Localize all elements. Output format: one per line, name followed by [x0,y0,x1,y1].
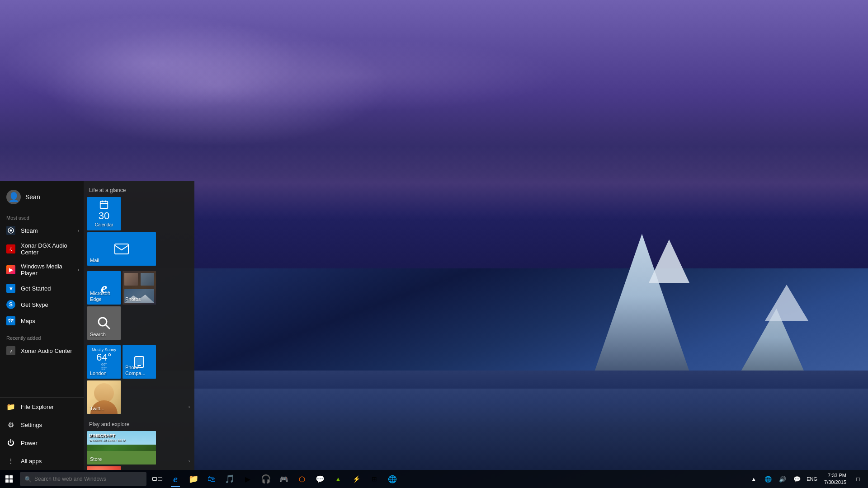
taskbar-asus[interactable]: ⚡ [347,470,365,488]
taskbar: 🔍 e 📁 🛍 🎵 ▶ 🎧 🎮 ⬡ 💬 ▲ ⚡ ⊞ � [0,470,868,488]
taskbar-clock[interactable]: 7:33 PM 7/30/2015 [821,472,850,486]
life-at-a-glance-label: Life at a glance [87,185,191,197]
start-button[interactable] [0,470,18,488]
power-icon: ⏻ [6,438,15,447]
all-apps-arrow: › [189,459,190,464]
wmp-icon: ▶ [6,265,15,274]
language-label[interactable]: ENG [805,476,819,482]
most-used-label: Most used [0,212,84,222]
notifications-button[interactable]: □ [852,470,864,488]
start-menu-bottom: 📁 File Explorer › ⚙ Settings ⏻ Power ⋮ [0,397,84,470]
svg-rect-2 [100,202,108,209]
minecraft-tile[interactable]: MINECRAFT Windows 10 Edition BETA Store [87,431,156,465]
user-profile-button[interactable]: 👤 Sean [0,185,84,209]
tiles-row-2: e Microsoft Edge Photos [87,271,191,340]
file-explorer-label: File Explorer [21,404,54,410]
steam-icon [6,226,15,235]
taskbar-file-explorer[interactable]: 📁 [184,470,203,488]
xonar-dgx-label: Xonar DGX Audio Center [21,242,77,256]
photos-tile[interactable]: Photos [123,271,156,305]
taskbar-app-grid[interactable]: ⊞ [365,470,383,488]
svg-rect-6 [115,244,128,254]
phone-tile[interactable]: Phone Compa... [123,345,156,379]
taskbar-search-bar[interactable]: 🔍 [20,472,146,486]
taskbar-browser2[interactable]: 🌐 [383,470,401,488]
taskbar-search-icon: 🔍 [24,476,32,483]
minecraft-tile-label: Store [90,456,102,462]
get-started-label: Get Started [21,285,51,292]
taskbar-search-input[interactable] [34,476,142,482]
app-item-wmp[interactable]: ▶ Windows Media Player › [0,259,84,280]
steam-label: Steam [21,227,38,234]
weather-tile[interactable]: Mostly Sunny 64° 66° 55° London [87,345,121,379]
svg-point-1 [10,230,12,232]
taskbar-edge[interactable]: e [166,470,184,488]
play-and-explore-label: Play and explore [87,419,191,431]
svg-rect-10 [135,357,144,365]
task-view-icon [152,477,162,481]
start-menu-tiles-panel: Life at a glance 30 Calendar [84,181,194,470]
power-button[interactable]: ⏻ Power [0,434,84,452]
chevron-up-icon: ▲ [751,476,757,483]
app-item-xonar-dgx[interactable]: ♫ Xonar DGX Audio Center [0,239,84,259]
weather-highlow: 66° [101,362,107,366]
twitter-tile[interactable]: Twitt... [87,380,121,414]
task-view-button[interactable] [148,470,166,488]
search-tile-label: Search [90,332,106,338]
taskbar-discord[interactable]: 💬 [311,470,329,488]
candy-crush-tile[interactable]: SAGA [87,466,121,470]
taskbar-tray: ▲ 🌐 🔊 💬 ENG 7:33 PM 7/30/2015 □ [747,470,868,488]
weather-tile-label: London [90,371,107,376]
file-explorer-icon: 📁 [6,402,15,411]
calendar-tile-label: Calendar [95,222,113,228]
wmp-arrow: › [78,267,79,272]
file-explorer-button[interactable]: 📁 File Explorer › [0,398,84,416]
weather-temp: 64° [96,352,111,362]
taskbar-apps: e 📁 🛍 🎵 ▶ 🎧 🎮 ⬡ 💬 ▲ ⚡ ⊞ 🌐 [166,470,401,488]
app-item-xonar-audio[interactable]: ♪ Xonar Audio Center [0,343,84,359]
action-center-icon[interactable]: 💬 [791,470,803,488]
taskbar-store[interactable]: 🛍 [203,470,221,488]
start-menu: 👤 Sean Most used Steam › ♫ Xonar DGX Aud… [0,181,194,470]
taskbar-wmp[interactable]: 🎵 [221,470,239,488]
app-item-steam[interactable]: Steam › [0,222,84,239]
get-started-icon: ★ [6,284,15,293]
app-item-maps[interactable]: 🗺 Maps [0,313,84,329]
xonar-audio-icon: ♪ [6,346,15,355]
all-apps-icon: ⋮ [6,456,15,465]
skype-icon: S [6,300,15,309]
power-label: Power [21,440,38,446]
maps-label: Maps [21,318,35,324]
network-icon[interactable]: 🌐 [762,470,774,488]
taskbar-steam[interactable]: 🎮 [275,470,293,488]
app-item-get-started[interactable]: ★ Get Started [0,280,84,296]
show-hidden-icons-button[interactable]: ▲ [747,470,760,488]
app-item-skype[interactable]: S Get Skype [0,296,84,313]
skype-label: Get Skype [21,301,48,308]
taskbar-spotify[interactable]: 🎧 [257,470,275,488]
settings-label: Settings [21,422,42,428]
user-name: Sean [25,193,40,201]
taskbar-origin[interactable]: ⬡ [293,470,311,488]
mail-tile[interactable]: Mail [87,232,156,266]
photos-tile-label: Photos [125,296,141,302]
twitter-tile-label: Twitt... [90,406,104,412]
settings-button[interactable]: ⚙ Settings [0,416,84,434]
notifications-icon: □ [856,476,860,483]
phone-tile-label: Phone Compa... [125,365,156,376]
search-tile[interactable]: Search [87,306,121,340]
wmp-label: Windows Media Player [21,263,77,277]
taskbar-media[interactable]: ▶ [239,470,257,488]
all-apps-button[interactable]: ⋮ All apps › [0,452,84,470]
edge-tile[interactable]: e Microsoft Edge [87,271,121,305]
calendar-tile[interactable]: 30 Calendar [87,197,121,230]
svg-line-8 [106,325,109,328]
xonar-audio-label: Xonar Audio Center [21,347,72,354]
maps-icon: 🗺 [6,316,15,325]
clock-time: 7:33 PM [824,472,846,479]
taskbar-geforce[interactable]: ▲ [329,470,347,488]
start-menu-left-panel: 👤 Sean Most used Steam › ♫ Xonar DGX Aud… [0,181,84,470]
tiles-row-4: MINECRAFT Windows 10 Edition BETA Store … [87,431,191,470]
volume-icon[interactable]: 🔊 [776,470,789,488]
user-avatar: 👤 [6,190,21,204]
